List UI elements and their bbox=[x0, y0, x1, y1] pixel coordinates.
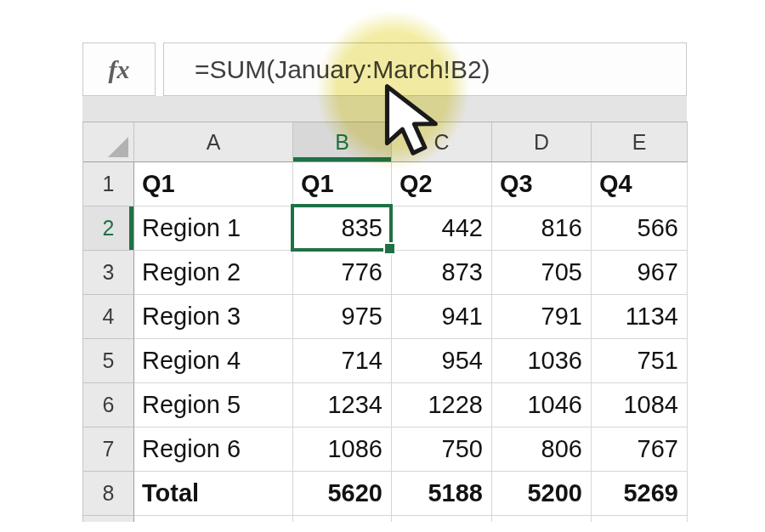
cell-b2-selected[interactable]: 835 bbox=[293, 207, 392, 251]
cell-e9-partial bbox=[592, 516, 688, 522]
column-header-d[interactable]: D bbox=[492, 122, 592, 162]
excel-spreadsheet-screenshot: fx =SUM(January:March!B2) A B C D E 1 Q1… bbox=[0, 0, 765, 532]
cell-a8-total-label[interactable]: Total bbox=[134, 472, 293, 516]
cell-a7[interactable]: Region 6 bbox=[134, 427, 293, 472]
cell-d3[interactable]: 705 bbox=[492, 251, 592, 295]
cell-e7[interactable]: 767 bbox=[592, 427, 688, 472]
formula-bar[interactable]: =SUM(January:March!B2) bbox=[163, 42, 687, 96]
insert-function-button[interactable]: fx bbox=[82, 42, 156, 96]
column-header-c[interactable]: C bbox=[392, 122, 492, 162]
cell-c2[interactable]: 442 bbox=[392, 207, 492, 251]
cell-c9-partial bbox=[392, 516, 492, 522]
cell-a6[interactable]: Region 5 bbox=[134, 383, 293, 427]
column-header-b-selected[interactable]: B bbox=[293, 122, 392, 162]
worksheet-grid: A B C D E 1 Q1 Q1 Q2 Q3 Q4 2 Region 1 83… bbox=[82, 122, 688, 522]
cell-c6[interactable]: 1228 bbox=[392, 383, 492, 427]
toolbar-gap bbox=[82, 96, 687, 122]
row-header-5[interactable]: 5 bbox=[83, 339, 134, 383]
row-header-7[interactable]: 7 bbox=[83, 427, 134, 472]
row-header-8[interactable]: 8 bbox=[83, 472, 134, 516]
cell-c8-total[interactable]: 5188 bbox=[392, 472, 492, 516]
cell-e4[interactable]: 1134 bbox=[592, 295, 688, 339]
row-header-9-partial bbox=[83, 516, 134, 522]
cell-b4[interactable]: 975 bbox=[293, 295, 392, 339]
column-header-a[interactable]: A bbox=[134, 122, 293, 162]
cell-a4[interactable]: Region 3 bbox=[134, 295, 293, 339]
row-header-6[interactable]: 6 bbox=[83, 383, 134, 427]
cell-c5[interactable]: 954 bbox=[392, 339, 492, 383]
cell-d6[interactable]: 1046 bbox=[492, 383, 592, 427]
cell-b7[interactable]: 1086 bbox=[293, 427, 392, 472]
cell-c4[interactable]: 941 bbox=[392, 295, 492, 339]
cell-d2[interactable]: 816 bbox=[492, 207, 592, 251]
cell-e3[interactable]: 967 bbox=[592, 251, 688, 295]
cell-e5[interactable]: 751 bbox=[592, 339, 688, 383]
cell-a2[interactable]: Region 1 bbox=[134, 207, 293, 251]
cell-e1[interactable]: Q4 bbox=[592, 162, 688, 207]
cell-a9-partial bbox=[134, 516, 293, 522]
cell-e6[interactable]: 1084 bbox=[592, 383, 688, 427]
cell-b3[interactable]: 776 bbox=[293, 251, 392, 295]
cell-b8-total[interactable]: 5620 bbox=[293, 472, 392, 516]
cell-e2[interactable]: 566 bbox=[592, 207, 688, 251]
cell-a1[interactable]: Q1 bbox=[134, 162, 293, 207]
row-header-2-selected[interactable]: 2 bbox=[83, 207, 134, 251]
select-all-triangle-icon bbox=[108, 137, 128, 157]
cell-b9-partial bbox=[293, 516, 392, 522]
column-header-e[interactable]: E bbox=[592, 122, 688, 162]
cell-b1[interactable]: Q1 bbox=[293, 162, 392, 207]
cell-b6[interactable]: 1234 bbox=[293, 383, 392, 427]
row-header-4[interactable]: 4 bbox=[83, 295, 134, 339]
cell-e8-total[interactable]: 5269 bbox=[592, 472, 688, 516]
cell-d5[interactable]: 1036 bbox=[492, 339, 592, 383]
formula-text: =SUM(January:March!B2) bbox=[164, 55, 490, 84]
cell-d7[interactable]: 806 bbox=[492, 427, 592, 472]
fx-icon: fx bbox=[109, 55, 130, 84]
cell-d9-partial bbox=[492, 516, 592, 522]
cell-c3[interactable]: 873 bbox=[392, 251, 492, 295]
cell-d4[interactable]: 791 bbox=[492, 295, 592, 339]
row-header-1[interactable]: 1 bbox=[83, 162, 134, 207]
select-all-corner[interactable] bbox=[83, 122, 134, 162]
cell-b5[interactable]: 714 bbox=[293, 339, 392, 383]
cell-c1[interactable]: Q2 bbox=[392, 162, 492, 207]
cell-a3[interactable]: Region 2 bbox=[134, 251, 293, 295]
cell-d1[interactable]: Q3 bbox=[492, 162, 592, 207]
cell-c7[interactable]: 750 bbox=[392, 427, 492, 472]
cell-d8-total[interactable]: 5200 bbox=[492, 472, 592, 516]
cell-a5[interactable]: Region 4 bbox=[134, 339, 293, 383]
row-header-3[interactable]: 3 bbox=[83, 251, 134, 295]
